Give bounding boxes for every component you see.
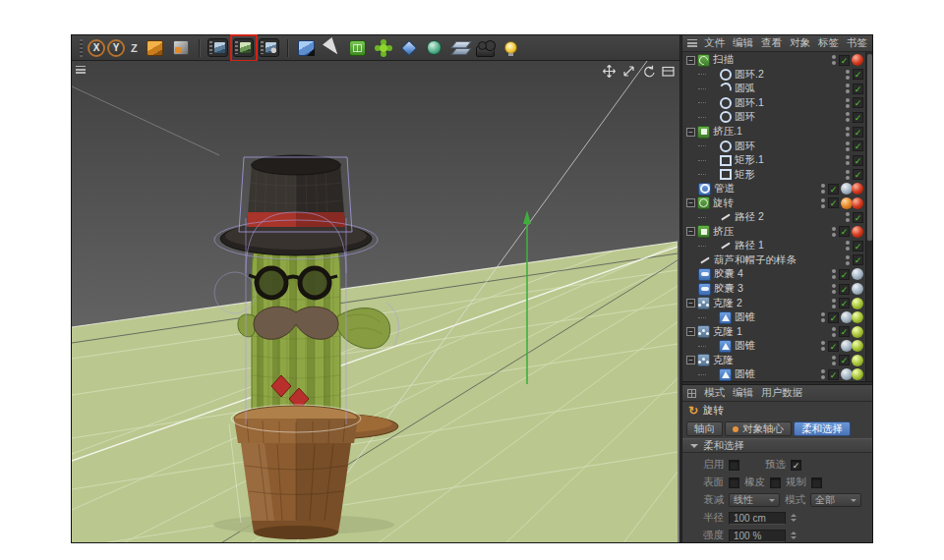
strength-stepper[interactable]	[791, 529, 796, 542]
toggle-view-icon[interactable]	[662, 65, 675, 78]
viewport[interactable]	[72, 61, 679, 542]
material-red[interactable]	[852, 183, 863, 195]
menu-item[interactable]: 查看	[761, 36, 782, 50]
enable-checkbox[interactable]	[729, 460, 739, 471]
flower-pot[interactable]	[234, 406, 358, 539]
zoom-icon[interactable]	[622, 65, 635, 78]
object-label[interactable]: 克隆 1	[713, 325, 832, 339]
visibility-dots[interactable]	[832, 299, 836, 308]
menu-item[interactable]: 文件	[704, 36, 725, 50]
tab-userdata[interactable]: 用户数据	[761, 386, 802, 400]
visibility-dots[interactable]	[846, 84, 850, 93]
radius-stepper[interactable]	[791, 511, 796, 525]
menu-item[interactable]: 标签	[818, 36, 839, 50]
add-cube-icon[interactable]	[298, 40, 315, 56]
object-row[interactable]: 圆环.1✓	[682, 96, 872, 111]
material-green[interactable]	[852, 298, 863, 309]
enable-check[interactable]: ✓	[839, 269, 850, 280]
visibility-dots[interactable]	[846, 98, 850, 108]
object-row[interactable]: 矩形.1✓	[682, 153, 872, 168]
visibility-dots[interactable]	[832, 269, 836, 279]
visibility-dots[interactable]	[832, 284, 836, 294]
enable-check[interactable]: ✓	[839, 355, 850, 365]
visibility-dots[interactable]	[846, 241, 850, 251]
grid-menu-icon[interactable]	[687, 389, 696, 398]
object-row[interactable]: 圆锥✓	[682, 367, 872, 381]
falloff-dropdown[interactable]: 线性	[729, 493, 780, 507]
camera-icon[interactable]	[476, 46, 495, 57]
object-label[interactable]: 旋转	[713, 196, 821, 210]
enable-check[interactable]: ✓	[853, 169, 863, 180]
menu-item[interactable]: 对象	[790, 36, 810, 50]
collapse-toggle[interactable]: −	[686, 128, 695, 137]
enable-check[interactable]: ✓	[839, 284, 850, 295]
object-row[interactable]: 圆环✓	[682, 139, 872, 153]
workplane-icon[interactable]	[173, 40, 189, 55]
object-label[interactable]: 矩形.1	[735, 153, 846, 167]
enable-check[interactable]: ✓	[853, 112, 863, 123]
visibility-dots[interactable]	[821, 341, 825, 351]
preselect-checkbox[interactable]: ✓	[791, 460, 801, 471]
light-icon[interactable]	[504, 41, 517, 54]
object-row[interactable]: −扫描✓	[682, 53, 872, 68]
enable-check[interactable]: ✓	[853, 254, 863, 265]
rotate-icon[interactable]	[642, 65, 655, 78]
surface-checkbox[interactable]	[729, 477, 739, 488]
object-row[interactable]: 路径 1✓	[682, 239, 872, 253]
visibility-dots[interactable]	[846, 170, 850, 180]
object-row[interactable]: 路径 2✓	[682, 210, 872, 225]
visibility-dots[interactable]	[821, 312, 825, 322]
toolbar-drag-handle[interactable]	[80, 39, 83, 57]
object-row[interactable]: −克隆✓	[682, 353, 872, 367]
object-label[interactable]: 圆锥	[735, 367, 821, 381]
object-row[interactable]: 圆锥✓	[682, 310, 872, 325]
spline-pen-icon[interactable]	[323, 37, 342, 58]
visibility-dots[interactable]	[832, 327, 836, 337]
material-red[interactable]	[852, 197, 863, 209]
pan-icon[interactable]	[603, 65, 616, 78]
visibility-dots[interactable]	[821, 198, 825, 208]
visibility-dots[interactable]	[846, 155, 850, 165]
collapse-toggle[interactable]: −	[686, 198, 695, 207]
material-green[interactable]	[852, 311, 863, 323]
object-label[interactable]: 矩形	[735, 168, 846, 182]
object-row[interactable]: 胶囊 3✓	[682, 282, 872, 297]
object-label[interactable]: 胶囊 4	[714, 267, 832, 281]
material-green[interactable]	[852, 326, 863, 338]
visibility-dots[interactable]	[821, 369, 825, 379]
enable-check[interactable]: ✓	[828, 184, 839, 195]
visibility-dots[interactable]	[846, 255, 850, 265]
object-label[interactable]: 圆环	[735, 140, 846, 153]
object-row[interactable]: 圆环.2✓	[682, 68, 872, 83]
tab-edit[interactable]: 编辑	[733, 386, 753, 400]
object-label[interactable]: 管道	[714, 182, 821, 196]
material-green[interactable]	[852, 355, 863, 366]
object-row[interactable]: 管道✓	[682, 182, 872, 196]
object-row[interactable]: 圆环✓	[682, 110, 872, 125]
object-row[interactable]: 圆弧✓	[682, 82, 872, 96]
mode-dropdown[interactable]: 全部	[810, 493, 861, 507]
object-label[interactable]: 路径 2	[735, 210, 846, 224]
object-label[interactable]: 圆环	[735, 110, 846, 124]
enable-check[interactable]: ✓	[853, 127, 863, 138]
enable-check[interactable]: ✓	[853, 84, 863, 94]
collapse-toggle[interactable]: −	[686, 327, 695, 336]
enable-check[interactable]: ✓	[839, 326, 850, 337]
collapse-toggle[interactable]: −	[686, 56, 695, 65]
visibility-dots[interactable]	[832, 227, 836, 237]
object-label[interactable]: 挤压.1	[713, 125, 846, 139]
axis-x-button[interactable]: X	[88, 39, 105, 57]
enable-check[interactable]: ✓	[839, 226, 850, 237]
visibility-dots[interactable]	[821, 184, 825, 194]
subdivision-surface-icon[interactable]	[349, 40, 366, 56]
collapse-toggle[interactable]: −	[686, 299, 695, 308]
object-row[interactable]: 胶囊 4✓	[682, 267, 872, 282]
menu-item[interactable]: 编辑	[733, 36, 753, 50]
object-row[interactable]: −挤压.1✓	[682, 125, 872, 140]
material-red[interactable]	[852, 226, 863, 238]
visibility-dots[interactable]	[846, 212, 850, 222]
object-label[interactable]: 克隆 2	[713, 297, 832, 310]
object-label[interactable]: 扫描	[713, 53, 832, 67]
radius-input[interactable]: 100 cm	[729, 512, 786, 525]
enable-check[interactable]: ✓	[828, 369, 839, 380]
